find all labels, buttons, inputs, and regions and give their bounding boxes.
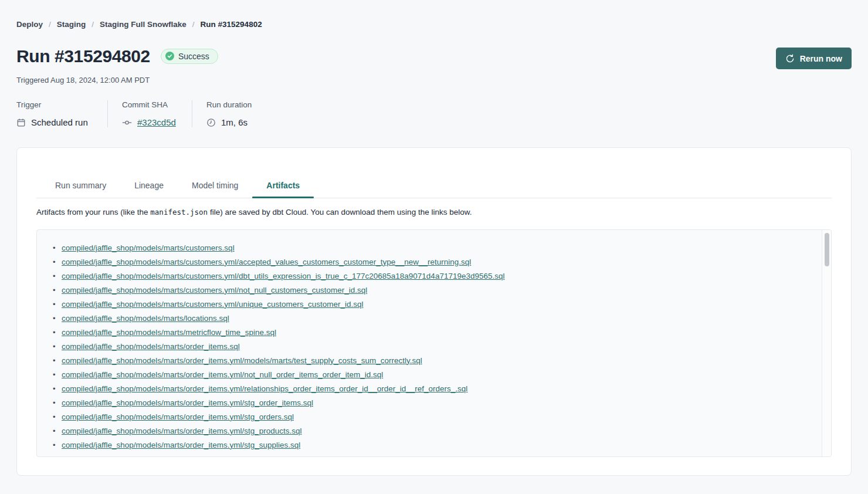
run-duration-value: 1m, 6s [221, 117, 247, 127]
artifact-list-item: •compiled/jaffle_shop/models/marts/custo… [53, 297, 808, 311]
artifact-list-item: •compiled/jaffle_shop/models/marts/order… [53, 395, 808, 410]
artifact-list-item: •compiled/jaffle_shop/models/marts/custo… [53, 269, 808, 283]
run-duration-label: Run duration [206, 100, 252, 109]
artifact-link[interactable]: compiled/jaffle_shop/models/marts/order_… [62, 412, 294, 421]
run-meta-row: Trigger Scheduled run Commit SHA #323cd5… [16, 100, 852, 127]
artifact-link[interactable]: compiled/jaffle_shop/models/marts/custom… [62, 300, 363, 309]
artifact-link[interactable]: compiled/jaffle_shop/models/marts/order_… [62, 356, 422, 365]
tab-lineage[interactable]: Lineage [120, 181, 178, 198]
status-badge: Success [161, 49, 218, 64]
clock-icon [206, 118, 216, 127]
artifacts-description-prefix: Artifacts from your runs (like the [36, 208, 150, 216]
bullet: • [53, 314, 62, 323]
artifact-link[interactable]: compiled/jaffle_shop/models/marts/orders… [62, 455, 399, 458]
bullet: • [53, 398, 62, 407]
artifact-link[interactable]: compiled/jaffle_shop/models/marts/order_… [62, 427, 301, 435]
breadcrumb-environment[interactable]: Staging Full Snowflake [100, 20, 187, 29]
artifacts-description: Artifacts from your runs (like the manif… [36, 208, 832, 216]
commit-sha-label: Commit SHA [122, 100, 175, 109]
artifact-list-item: •compiled/jaffle_shop/models/marts/metri… [53, 325, 808, 339]
scrollbar-thumb[interactable] [825, 233, 829, 266]
bullet: • [53, 342, 62, 351]
bullet: • [53, 455, 62, 458]
commit-sha-link[interactable]: #323cd5d [137, 117, 176, 127]
rerun-now-button[interactable]: Rerun now [776, 48, 852, 69]
bullet: • [53, 286, 62, 295]
bullet: • [53, 356, 62, 365]
artifact-list-item: •compiled/jaffle_shop/models/marts/order… [53, 438, 808, 452]
artifact-list-item: •compiled/jaffle_shop/models/marts/order… [53, 410, 808, 424]
meta-commit: Commit SHA #323cd5d [107, 100, 192, 127]
breadcrumb-deploy[interactable]: Deploy [16, 20, 43, 29]
meta-duration: Run duration 1m, 6s [192, 100, 268, 127]
bullet: • [53, 272, 62, 280]
artifact-list-item: •compiled/jaffle_shop/models/marts/order… [53, 381, 808, 395]
bullet: • [53, 441, 62, 449]
breadcrumb-separator: / [192, 20, 195, 29]
artifact-list-item: •compiled/jaffle_shop/models/marts/custo… [53, 255, 808, 269]
bullet: • [53, 243, 62, 252]
breadcrumb-run: Run #315294802 [201, 20, 262, 29]
tab-run-summary[interactable]: Run summary [41, 181, 120, 198]
artifact-list-item: •compiled/jaffle_shop/models/marts/custo… [53, 283, 808, 297]
artifact-link[interactable]: compiled/jaffle_shop/models/marts/custom… [62, 286, 367, 295]
artifact-link[interactable]: compiled/jaffle_shop/models/marts/order_… [62, 398, 313, 407]
trigger-label: Trigger [16, 100, 91, 109]
tab-bar: Run summaryLineageModel timingArtifacts [36, 181, 832, 198]
artifact-file-list: •compiled/jaffle_shop/models/marts/custo… [37, 230, 831, 457]
artifact-list-item: •compiled/jaffle_shop/models/marts/order… [53, 367, 808, 381]
artifact-link[interactable]: compiled/jaffle_shop/models/marts/custom… [62, 272, 505, 280]
triggered-timestamp: Triggered Aug 18, 2024, 12:00 AM PDT [16, 76, 852, 84]
artifact-list-item: •compiled/jaffle_shop/models/marts/custo… [53, 241, 808, 255]
scrollbar[interactable] [822, 230, 831, 456]
breadcrumb-separator: / [91, 20, 94, 29]
success-check-icon [165, 52, 174, 60]
artifact-link[interactable]: compiled/jaffle_shop/models/marts/custom… [62, 243, 235, 252]
bullet: • [53, 412, 62, 421]
meta-trigger: Trigger Scheduled run [16, 100, 107, 127]
trigger-value: Scheduled run [31, 117, 88, 127]
breadcrumb-separator: / [49, 20, 51, 29]
artifact-list-item: •compiled/jaffle_shop/models/marts/order… [53, 424, 808, 438]
page-title: Run #315294802 [16, 46, 150, 66]
run-detail-card: Run summaryLineageModel timingArtifacts … [16, 147, 852, 476]
calendar-icon [16, 118, 26, 127]
commit-icon [122, 118, 132, 127]
artifact-list-item: •compiled/jaffle_shop/models/marts/order… [53, 339, 808, 353]
artifact-link[interactable]: compiled/jaffle_shop/models/marts/order_… [62, 342, 240, 351]
bullet: • [53, 370, 62, 379]
bullet: • [53, 427, 62, 435]
rerun-now-label: Rerun now [800, 54, 842, 63]
header-row: Run #315294802 Success Rerun now [16, 43, 852, 69]
refresh-icon [785, 54, 795, 63]
artifact-link[interactable]: compiled/jaffle_shop/models/marts/order_… [62, 370, 383, 379]
artifact-link[interactable]: compiled/jaffle_shop/models/marts/locati… [62, 314, 229, 323]
bullet: • [53, 300, 62, 309]
artifact-list-item: •compiled/jaffle_shop/models/marts/order… [53, 452, 808, 457]
status-label: Success [178, 52, 209, 61]
breadcrumb-staging[interactable]: Staging [57, 20, 86, 29]
bullet: • [53, 258, 62, 266]
manifest-json-code: manifest.json [150, 208, 208, 216]
tab-artifacts[interactable]: Artifacts [252, 181, 314, 198]
artifact-link[interactable]: compiled/jaffle_shop/models/marts/custom… [62, 258, 471, 266]
tab-model-timing[interactable]: Model timing [178, 181, 252, 198]
artifact-link[interactable]: compiled/jaffle_shop/models/marts/order_… [62, 441, 300, 449]
bullet: • [53, 328, 62, 337]
artifact-file-box: •compiled/jaffle_shop/models/marts/custo… [36, 229, 832, 457]
artifact-list-item: •compiled/jaffle_shop/models/marts/locat… [53, 311, 808, 325]
run-detail-page: Deploy / Staging / Staging Full Snowflak… [0, 0, 868, 476]
artifact-link[interactable]: compiled/jaffle_shop/models/marts/order_… [62, 384, 467, 393]
bullet: • [53, 384, 62, 393]
breadcrumb: Deploy / Staging / Staging Full Snowflak… [16, 20, 852, 29]
artifact-link[interactable]: compiled/jaffle_shop/models/marts/metric… [62, 328, 276, 337]
artifact-list-item: •compiled/jaffle_shop/models/marts/order… [53, 353, 808, 367]
artifacts-description-suffix: file) are saved by dbt Cloud. You can do… [208, 208, 472, 216]
